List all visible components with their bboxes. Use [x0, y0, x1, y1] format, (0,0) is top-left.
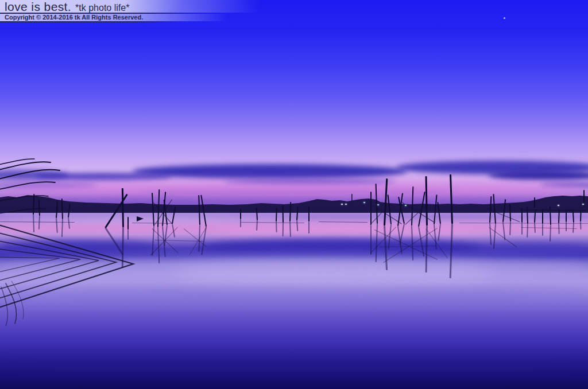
watermark-title: love is best.	[5, 0, 71, 13]
watermark-title-row: love is best.*tk photo life*	[0, 0, 260, 13]
lake-twilight-photo: love is best.*tk photo life* Copyright ©…	[0, 0, 588, 389]
watermark-divider	[0, 21, 260, 22]
watermark-copyright: Copyright © 2014-2016 tk All Rights Rese…	[0, 14, 260, 21]
grass-silhouette	[0, 0, 588, 389]
watermark: love is best.*tk photo life* Copyright ©…	[0, 0, 260, 22]
watermark-subtitle: *tk photo life*	[75, 3, 129, 13]
